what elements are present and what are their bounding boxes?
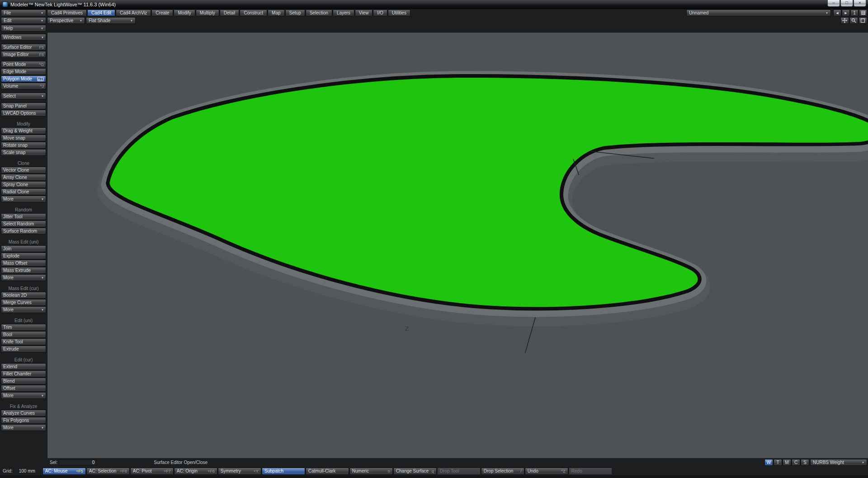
sidebar-item-mass-extrude[interactable]: Mass Extrude xyxy=(1,267,46,274)
sidebar-item-label: Boolean 2D xyxy=(3,293,27,298)
sidebar-item-jitter-tool[interactable]: Jitter Tool xyxy=(1,213,46,220)
status-button-ac-origin[interactable]: AC: Origin+F6 xyxy=(174,468,217,475)
vmap-toggle-s[interactable]: S xyxy=(801,459,809,466)
shade-mode-selector[interactable]: Flat Shade ▼ xyxy=(86,17,136,24)
shortcut-label: n xyxy=(386,469,390,473)
object-selector[interactable]: Unnamed ▼ xyxy=(686,9,831,16)
sidebar-item-knife-tool[interactable]: Knife Tool xyxy=(1,338,46,345)
sidebar-item-fillet-chamfer[interactable]: Fillet Chamfer xyxy=(1,370,46,377)
close-button[interactable]: × xyxy=(854,0,866,7)
sidebar-item-edge-mode[interactable]: Edge Mode xyxy=(1,68,46,75)
vmap-toggle-m[interactable]: M xyxy=(783,459,791,466)
sidebar-item-more[interactable]: More▼ xyxy=(1,424,46,431)
sidebar-item-snap-panel[interactable]: Snap Panel xyxy=(1,103,46,109)
tab-construct[interactable]: Construct xyxy=(240,9,267,16)
sidebar-item-polygon-mode[interactable]: Polygon Mode^H xyxy=(1,75,46,82)
sidebar-item-select[interactable]: Select▼ xyxy=(1,93,46,99)
tab-view[interactable]: View xyxy=(355,9,373,16)
sidebar-item-merge-curves[interactable]: Merge Curves xyxy=(1,299,46,306)
sidebar-item-radial-clone[interactable]: Radial Clone xyxy=(1,188,46,195)
sidebar-item-extrude[interactable]: Extrude xyxy=(1,346,46,352)
vmap-toggle-w[interactable]: W xyxy=(764,459,773,466)
status-button-ac-mouse[interactable]: AC: Mouse+F5 xyxy=(42,468,86,475)
pan-view-button[interactable] xyxy=(840,17,849,24)
view-mode-selector[interactable]: Perspective ▼ xyxy=(47,17,85,24)
sidebar-item-spray-clone[interactable]: Spray Clone xyxy=(1,181,46,188)
viewport-canvas[interactable]: Z xyxy=(47,33,868,458)
layer-bank-button[interactable]: 1 xyxy=(850,9,859,16)
tab-create[interactable]: Create xyxy=(151,9,173,16)
status-button-undo[interactable]: Undo^Z xyxy=(525,468,568,475)
file-menu[interactable]: File ▼ xyxy=(1,9,46,16)
sidebar-item-label: Volume xyxy=(3,84,18,89)
sidebar-item-explode[interactable]: Explode xyxy=(1,253,46,259)
tab-setup[interactable]: Setup xyxy=(285,9,305,16)
maximize-view-button[interactable] xyxy=(859,17,867,24)
sidebar-item-point-mode[interactable]: Point Mode^G xyxy=(1,61,46,68)
section-label-random: Random xyxy=(0,207,47,213)
prev-object-button[interactable]: ◀ xyxy=(833,9,841,16)
vmap-toggle-t[interactable]: T xyxy=(774,459,782,466)
sidebar-item-rotate-snap[interactable]: Rotate snap xyxy=(1,142,46,149)
edit-menu[interactable]: Edit ▼ xyxy=(1,17,46,24)
sidebar-item-surface-random[interactable]: Surface Random xyxy=(1,228,46,234)
status-button-subpatch[interactable]: Subpatch xyxy=(262,468,305,475)
status-button-change-surface[interactable]: Change Surfaceq xyxy=(393,468,437,475)
sidebar-item-windows[interactable]: Windows▼ xyxy=(1,34,46,41)
sidebar-item-more[interactable]: More▼ xyxy=(1,392,46,399)
sidebar-item-boolean-2d[interactable]: Boolean 2D xyxy=(1,292,46,299)
tab-map[interactable]: Map xyxy=(268,9,284,16)
sidebar-item-scale-snap[interactable]: Scale snap xyxy=(1,149,46,156)
sidebar-item-trim[interactable]: Trim xyxy=(1,324,46,331)
tab-modify[interactable]: Modify xyxy=(174,9,195,16)
vmap-toggle-c[interactable]: C xyxy=(792,459,800,466)
tab-multiply[interactable]: Multiply xyxy=(196,9,219,16)
tab-cad4-edit[interactable]: Cad4 Edit xyxy=(87,9,115,16)
sidebar-item-array-clone[interactable]: Array Clone xyxy=(1,174,46,181)
tab-cad4-archviz[interactable]: Cad4 ArchViz xyxy=(116,9,151,16)
sidebar-item-join[interactable]: Join xyxy=(1,245,46,252)
sidebar-item-move-snap[interactable]: Move snap xyxy=(1,135,46,141)
sidebar-item-extend[interactable]: Extend xyxy=(1,363,46,370)
status-button-drop-tool[interactable]: Drop Tool xyxy=(437,468,481,475)
sidebar-item-drag-weight[interactable]: Drag & Weight xyxy=(1,127,46,134)
tab-selection[interactable]: Selection xyxy=(306,9,332,16)
sidebar-item-bool[interactable]: Bool xyxy=(1,331,46,338)
sidebar-item-blend[interactable]: Blend xyxy=(1,378,46,384)
sidebar-item-lwcad-options[interactable]: LWCAD Options xyxy=(1,110,46,117)
sidebar-item-volume[interactable]: Volume^J xyxy=(1,83,46,89)
tab-utilities[interactable]: Utilities xyxy=(388,9,410,16)
sidebar-item-vector-clone[interactable]: Vector Clone xyxy=(1,167,46,173)
sidebar-item-mass-offset[interactable]: Mass Offset xyxy=(1,260,46,267)
status-button-numeric[interactable]: Numericn xyxy=(349,468,393,475)
perspective-viewport[interactable]: Z xyxy=(47,32,868,458)
sidebar-item-more[interactable]: More▼ xyxy=(1,274,46,281)
next-object-button[interactable]: ▶ xyxy=(842,9,850,16)
sidebar-item-more[interactable]: More▼ xyxy=(1,306,46,313)
status-button-drop-selection[interactable]: Drop Selection/ xyxy=(481,468,524,475)
sidebar-item-analyze-curves[interactable]: Analyze Curves xyxy=(1,410,46,417)
maximize-button[interactable]: □ xyxy=(840,0,853,7)
status-button-redo[interactable]: Redo xyxy=(569,468,612,475)
minimize-button[interactable]: – xyxy=(827,0,840,7)
status-button-ac-selection[interactable]: AC: Selection+F8 xyxy=(86,468,130,475)
status-button-symmetry[interactable]: Symmetry+Y xyxy=(218,468,261,475)
sidebar-item-offset[interactable]: Offset xyxy=(1,385,46,392)
status-button-label: Undo xyxy=(528,469,538,473)
layers-panel-button[interactable] xyxy=(859,9,867,16)
sidebar-item-select-random[interactable]: Select Random xyxy=(1,220,46,227)
sidebar-item-more[interactable]: More▼ xyxy=(1,196,46,202)
vmap-selector[interactable]: NURBS Weight ▼ xyxy=(810,459,867,466)
sidebar-item-fix-polygons[interactable]: Fix Polygons xyxy=(1,417,46,424)
help-menu[interactable]: Help ▼ xyxy=(1,25,46,32)
tab-layers[interactable]: Layers xyxy=(333,9,354,16)
sidebar-item-surface-editor[interactable]: Surface EditorF5 xyxy=(1,44,46,51)
sidebar-gap xyxy=(0,281,47,284)
tab-detail[interactable]: Detail xyxy=(220,9,240,16)
sidebar-item-image-editor[interactable]: Image EditorF6 xyxy=(1,51,46,58)
tab-i-o[interactable]: I/O xyxy=(373,9,387,16)
status-button-catmull-clark[interactable]: Catmull-Clark xyxy=(306,468,349,475)
zoom-view-button[interactable] xyxy=(849,17,858,24)
tab-cad4-primitives[interactable]: Cad4 Primitives xyxy=(47,9,87,16)
status-button-ac-pivot[interactable]: AC: Pivot+F7 xyxy=(130,468,174,475)
